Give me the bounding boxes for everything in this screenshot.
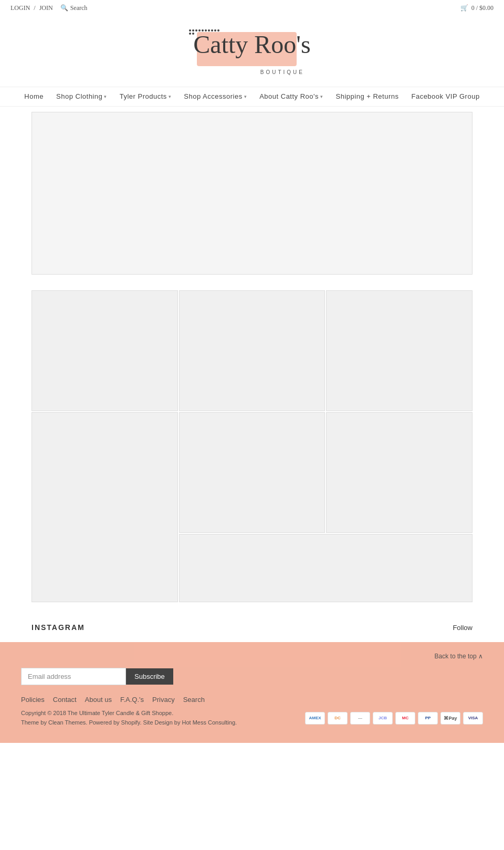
cart-icon: 🛒: [460, 4, 468, 12]
chevron-down-icon: ▾: [244, 94, 247, 99]
join-link[interactable]: JOIN: [39, 4, 53, 12]
search-link[interactable]: Search: [70, 4, 88, 12]
login-link[interactable]: LOGIN: [10, 4, 30, 12]
cart-link[interactable]: 0 / $0.00: [471, 4, 494, 12]
footer-link-policies[interactable]: Policies: [21, 696, 45, 704]
footer-link-privacy[interactable]: Privacy: [152, 696, 175, 704]
footer-link-search[interactable]: Search: [183, 696, 205, 704]
instagram-title: INSTAGRAM: [32, 623, 85, 632]
nav-item-about[interactable]: About Catty Roo's ▾: [259, 92, 323, 101]
back-to-top-link[interactable]: Back to the top ∧: [435, 653, 483, 660]
footer-link-contact[interactable]: Contact: [53, 696, 77, 704]
grid-cell-bottom-wide: [179, 534, 472, 602]
payment-jcb: JCB: [373, 712, 393, 725]
separator: /: [32, 4, 37, 12]
nav-link-tyler-products[interactable]: Tyler Products ▾: [120, 92, 172, 100]
search-icon: 🔍: [60, 4, 68, 12]
footer: Back to the top ∧ Subscribe Policies Con…: [0, 642, 504, 743]
grid-cell-3: [326, 290, 472, 411]
nav-link-facebook[interactable]: Facebook VIP Group: [411, 92, 479, 100]
main-nav: Home Shop Clothing ▾ Tyler Products ▾ Sh…: [0, 87, 504, 107]
nav-link-home[interactable]: Home: [24, 92, 44, 100]
nav-item-home[interactable]: Home: [24, 92, 44, 101]
payment-amex: AMEX: [305, 712, 325, 725]
payment-visa: VISA: [463, 712, 483, 725]
payment-apple: ⌘Pay: [440, 712, 460, 725]
footer-link-faq[interactable]: F.A.Q.'s: [120, 696, 144, 704]
grid-top-row: [32, 290, 472, 411]
nav-item-tyler-products[interactable]: Tyler Products ▾: [120, 92, 172, 101]
footer-copyright: Copyright © 2018 The Ultimate Tyler Cand…: [21, 709, 237, 727]
logo-subtitle: BOUTIQUE: [260, 69, 304, 75]
footer-bottom: Copyright © 2018 The Ultimate Tyler Cand…: [21, 709, 483, 727]
nav-link-shop-accessories[interactable]: Shop Accessories ▾: [184, 92, 247, 100]
nav-item-shop-clothing[interactable]: Shop Clothing ▾: [56, 92, 107, 101]
payment-generic: —: [350, 712, 370, 725]
top-bar: LOGIN / JOIN 🔍 Search 🛒 0 / $0.00: [0, 0, 504, 16]
nav-link-shipping[interactable]: Shipping + Returns: [336, 92, 399, 100]
newsletter-row: Subscribe: [21, 668, 483, 685]
footer-link-about[interactable]: About us: [85, 696, 112, 704]
chevron-down-icon: ▾: [169, 94, 172, 99]
grid-cell-mid-top: [179, 412, 326, 533]
footer-links: Policies Contact About us F.A.Q.'s Priva…: [21, 696, 483, 704]
nav-item-facebook[interactable]: Facebook VIP Group: [411, 92, 479, 101]
instagram-section: INSTAGRAM Follow: [0, 613, 504, 642]
nav-link-about[interactable]: About Catty Roo's ▾: [259, 92, 323, 100]
image-grid: [32, 290, 472, 602]
back-to-top: Back to the top ∧: [21, 653, 483, 660]
follow-link[interactable]: Follow: [453, 624, 472, 632]
payment-diners: DC: [328, 712, 348, 725]
subscribe-button[interactable]: Subscribe: [126, 668, 173, 685]
nav-item-shop-accessories[interactable]: Shop Accessories ▾: [184, 92, 247, 101]
nav-item-shipping[interactable]: Shipping + Returns: [336, 92, 399, 101]
payment-mastercard: MC: [395, 712, 415, 725]
payment-paypal: PP: [418, 712, 438, 725]
hero-banner: [32, 112, 472, 275]
chevron-down-icon: ▾: [320, 94, 323, 99]
grid-cell-right-top: [326, 412, 472, 533]
top-bar-left: LOGIN / JOIN 🔍 Search: [10, 4, 87, 12]
top-bar-right: 🛒 0 / $0.00: [460, 4, 494, 12]
grid-cell-tall-left: [32, 412, 178, 602]
logo-link[interactable]: Catty Roo's BOUTIQUE: [181, 27, 323, 79]
email-input[interactable]: [21, 668, 126, 685]
grid-cell-2: [179, 290, 326, 411]
payment-icons: AMEX DC — JCB MC PP ⌘Pay VISA: [305, 712, 483, 725]
nav-link-shop-clothing[interactable]: Shop Clothing ▾: [56, 92, 107, 100]
logo-area: Catty Roo's BOUTIQUE: [0, 16, 504, 87]
chevron-down-icon: ▾: [104, 94, 107, 99]
grid-cell-1: [32, 290, 178, 411]
